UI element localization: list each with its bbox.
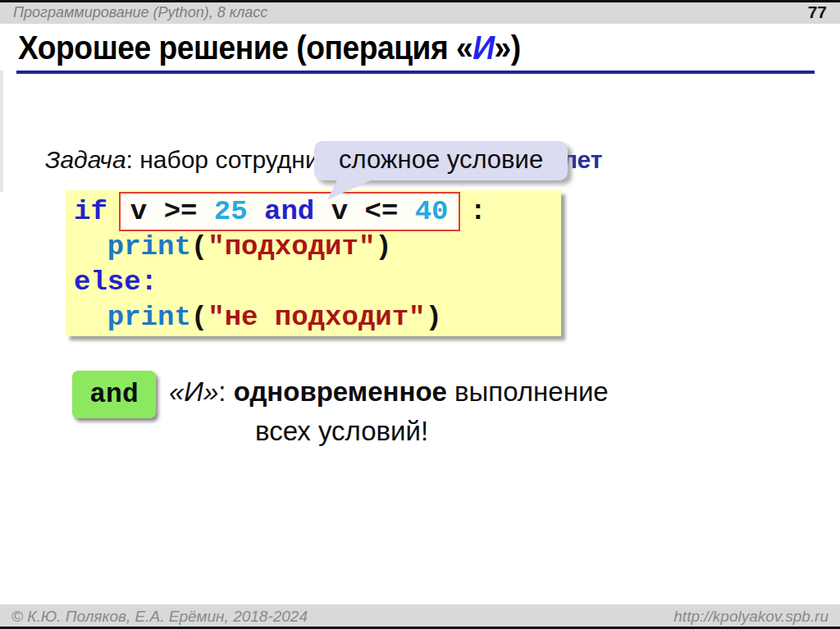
code-block: ifv >= 25 and v <= 40: print("подходит")…	[66, 190, 561, 336]
and-keyword: and	[264, 196, 331, 227]
and-rest: выполнение	[447, 376, 609, 407]
code-paren: )	[375, 231, 391, 262]
callout: сложное условие	[314, 141, 568, 180]
code-colon: :	[470, 196, 486, 227]
and-emphasis: одновременное	[234, 376, 447, 407]
slide-title-prefix: Хорошее решение (операция «	[18, 30, 472, 66]
and-description: «И»: одновременное выполнение всех услов…	[169, 371, 609, 451]
and-note: and «И»: одновременное выполнение всех у…	[72, 371, 609, 451]
copyright: © К.Ю. Поляков, Е.А. Ерёмин, 2018-2024	[11, 608, 308, 626]
print-function: print	[107, 231, 191, 262]
code-operator: >=	[164, 196, 214, 227]
top-bar: Программирование (Python), 8 класс 77	[0, 0, 840, 24]
and-operator-box: and	[72, 371, 156, 418]
code-line-else: else:	[74, 264, 561, 299]
if-keyword: if	[74, 196, 107, 227]
code-var: v	[130, 196, 164, 227]
course-label: Программирование (Python), 8 класс	[13, 4, 267, 21]
page-number: 77	[808, 2, 827, 22]
print-function: print	[107, 302, 191, 333]
code-line-print-2: print("не подходит")	[74, 299, 561, 335]
callout-text: сложное условие	[314, 141, 568, 180]
and-description-line-1: «И»: одновременное выполнение	[169, 372, 609, 412]
code-operator: <=	[365, 196, 415, 227]
code-line-print-1: print("подходит")	[74, 229, 561, 264]
and-quoted-op: «И»	[169, 376, 218, 407]
string-literal: "подходит"	[208, 231, 375, 262]
code-line-if: ifv >= 25 and v <= 40:	[74, 194, 561, 229]
footer-bar: © К.Ю. Поляков, Е.А. Ерёмин, 2018-2024 h…	[0, 604, 840, 629]
else-keyword: else:	[74, 267, 158, 298]
title-underline	[16, 71, 815, 74]
code-paren: (	[191, 302, 208, 333]
task-label: Задача	[45, 146, 126, 173]
and-separator: :	[218, 376, 233, 407]
code-indent	[74, 302, 107, 333]
code-number: 25	[214, 196, 264, 227]
code-paren: (	[191, 231, 208, 262]
slide-title-suffix: »)	[495, 30, 521, 66]
slide: Программирование (Python), 8 класс 77 Хо…	[0, 0, 840, 629]
slide-title: Хорошее решение (операция «И»)	[18, 30, 521, 66]
task-separator: :	[126, 146, 140, 173]
code-var: v	[331, 196, 365, 227]
site-url: http://kpolyakov.spb.ru	[673, 608, 829, 626]
code-paren: )	[426, 302, 442, 333]
slide-title-highlight: И	[472, 30, 494, 66]
code-indent	[74, 231, 107, 262]
string-literal: "не подходит"	[208, 302, 425, 333]
code-number: 40	[415, 196, 449, 227]
and-description-line-2: всех условий!	[255, 412, 609, 451]
condition-box: v >= 25 and v <= 40	[119, 192, 460, 231]
left-edge-line	[0, 71, 3, 192]
